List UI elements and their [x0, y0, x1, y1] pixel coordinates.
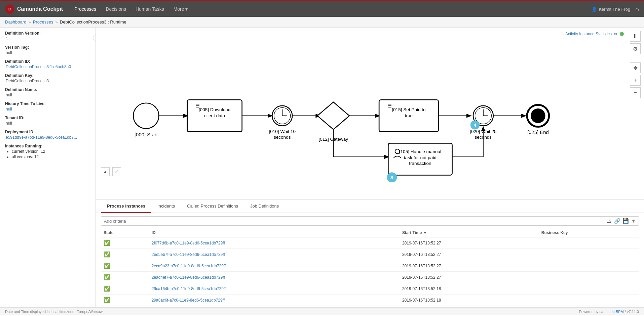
instance-id-link-2[interactable]: 2ee5eb7f-a7c0-11e9-8ed6-5cea1db729ff [152, 252, 225, 257]
camunda-link[interactable]: camunda BPM [600, 310, 624, 314]
nav-processes-link[interactable]: Processes [70, 1, 101, 17]
svg-text:seconds: seconds [274, 135, 291, 140]
table-row: ✅ 29a8ac6f-a7c0-11e9-8ed6-5cea1db729ff 2… [101, 295, 639, 306]
definition-name-value: null [5, 93, 90, 97]
svg-text:[010] Wait 10: [010] Wait 10 [269, 129, 296, 134]
business-key-3 [539, 260, 639, 272]
instance-id-link-5[interactable]: 29ca164b-a7c0-11e9-8ed6-5cea1db729ff [152, 286, 226, 291]
chevron-down-icon[interactable]: ▼ [631, 218, 636, 224]
business-key-2 [539, 249, 639, 260]
nav-humantasks[interactable]: Human Tasks [131, 1, 169, 17]
instance-id-link-3[interactable]: 2eca9b23-a7c0-11e9-8ed6-5cea1db729ff [152, 264, 226, 268]
definition-key-value: DebtCollectionProcess3 [5, 79, 90, 83]
brand-name: Camunda Cockpit [17, 6, 63, 12]
navbar: C Camunda Cockpit Processes Decisions Hu… [0, 0, 644, 17]
diagram-nav-expand[interactable]: ⤢ [112, 167, 121, 176]
tab-called-process-definitions[interactable]: Called Process Definitions [181, 200, 244, 213]
content-area: Activity Instance Statistics: on ⏸ ⚙ ✥ +… [96, 28, 644, 307]
tenant-id-label: Tenant ID: [5, 116, 90, 120]
table-row: ✅ 2ead4ef7-a7c0-11e9-8ed6-5cea1db729ff 2… [101, 272, 639, 283]
instances-running-label: Instances Running: [5, 144, 90, 148]
tenant-id-value: null [5, 121, 90, 126]
table-row: ✅ 2f077d6b-a7c0-11e9-8ed6-5cea1db729ff 2… [101, 237, 639, 249]
start-time-1: 2019-07-16T13:52:27 [400, 237, 539, 249]
activity-stats-label: Activity Instance Statistics: on [565, 32, 618, 36]
definition-key-label: Definition Key: [5, 73, 90, 78]
status-icon-6: ✅ [104, 297, 110, 303]
nav-humantasks-link[interactable]: Human Tasks [131, 1, 169, 17]
link-icon[interactable]: 🔗 [614, 218, 620, 224]
pause-button[interactable]: ⏸ [630, 31, 641, 42]
navbar-right: 👤 Kermit The Frog ⌂ [592, 6, 639, 13]
svg-marker-17 [317, 102, 349, 129]
col-start-time[interactable]: Start Time ▼ [400, 228, 539, 237]
sidebar-history-time: History Time To Live: null [5, 101, 90, 111]
business-key-4 [539, 272, 639, 283]
zoom-out-button[interactable]: − [630, 87, 641, 98]
table-header: State ID Start Time ▼ Business Key [101, 228, 639, 237]
deployment-id-value: e591dd9e-a7bd-11e9-8ed6-5cea1db7... [5, 135, 90, 140]
instance-id-link-1[interactable]: 2f077d6b-a7c0-11e9-8ed6-5cea1db729ff [152, 241, 225, 245]
table-row: ✅ 29ca164b-a7c0-11e9-8ed6-5cea1db729ff 2… [101, 283, 639, 295]
start-time-2: 2019-07-16T13:52:27 [400, 249, 539, 260]
svg-text:4: 4 [474, 123, 477, 128]
svg-text:transaction: transaction [409, 161, 431, 166]
filter-input[interactable] [104, 219, 607, 224]
nav-processes[interactable]: Processes [70, 1, 101, 17]
nav-decisions[interactable]: Decisions [101, 1, 131, 17]
diagram-nav-up[interactable]: ▲ [101, 167, 110, 176]
status-icon-1: ✅ [104, 240, 110, 246]
status-icon-3: ✅ [104, 263, 110, 269]
sidebar-toggle[interactable]: ‹ [93, 34, 96, 42]
footer-powered-by: Powered by camunda BPM / v7.11.0 [579, 310, 639, 314]
diagram-area: Activity Instance Statistics: on ⏸ ⚙ ✥ +… [96, 28, 644, 200]
nav-more[interactable]: More ▾ [169, 1, 193, 17]
user-icon: 👤 [592, 7, 597, 12]
user-link[interactable]: 👤 Kermit The Frog [592, 7, 630, 12]
instances-all-value: 12 [34, 154, 39, 159]
definition-id-label: Definition ID: [5, 59, 90, 64]
breadcrumb-dashboard[interactable]: Dashboard [5, 19, 27, 25]
sidebar-tenant-id: Tenant ID: null [5, 116, 90, 126]
instances-current-label: current version: [12, 149, 40, 154]
save-icon[interactable]: 💾 [622, 218, 629, 224]
instance-id-link-6[interactable]: 29a8ac6f-a7c0-11e9-8ed6-5cea1db729ff [152, 298, 225, 303]
svg-text:☰: ☰ [387, 103, 392, 108]
history-time-value: null [5, 107, 90, 111]
svg-text:C: C [8, 7, 11, 11]
breadcrumb-sep-1: » [29, 19, 31, 25]
tab-job-definitions[interactable]: Job Definitions [244, 200, 285, 213]
footer-timezone: Date and Time displayed in local timezon… [5, 310, 103, 314]
home-icon[interactable]: ⌂ [635, 6, 639, 13]
instance-id-link-4[interactable]: 2ead4ef7-a7c0-11e9-8ed6-5cea1db729ff [152, 275, 225, 280]
nav-decisions-link[interactable]: Decisions [101, 1, 131, 17]
zoom-in-button[interactable]: + [630, 75, 641, 86]
settings-button[interactable]: ⚙ [630, 43, 641, 54]
svg-text:[005] Download: [005] Download [199, 107, 230, 112]
breadcrumb-processes[interactable]: Processes [33, 19, 53, 25]
bpmn-diagram: [000] Start ☰ [005] Download client data… [96, 28, 644, 199]
start-time-3: 2019-07-16T13:52:27 [400, 260, 539, 272]
version-tag-label: Version Tag: [5, 45, 90, 50]
definition-version-value: 1 [5, 36, 90, 41]
nav-more-btn[interactable]: More ▾ [169, 1, 193, 17]
tab-process-instances[interactable]: Process Instances [101, 200, 151, 213]
start-time-5: 2019-07-16T13:52:18 [400, 283, 539, 295]
diagram-controls: ⏸ ⚙ ✥ + − [630, 31, 641, 98]
table-row: ✅ 2ee5eb7f-a7c0-11e9-8ed6-5cea1db729ff 2… [101, 249, 639, 260]
definition-version-label: Definition Version: [5, 31, 90, 36]
status-icon-2: ✅ [104, 252, 110, 257]
instances-table: State ID Start Time ▼ Business Key ✅ 2f0… [101, 228, 639, 306]
instances-all: all versions: 12 [12, 154, 90, 159]
instances-current: current version: 12 [12, 149, 90, 154]
col-business-key: Business Key [539, 228, 639, 237]
bottom-panel: Process Instances Incidents Called Proce… [96, 200, 644, 307]
activity-stats-toggle[interactable]: Activity Instance Statistics: on [565, 32, 624, 36]
tab-incidents[interactable]: Incidents [151, 200, 181, 213]
definition-id-value: DebtCollectionProcess3:1:e5acb8a0-... [5, 64, 90, 69]
business-key-1 [539, 237, 639, 249]
svg-text:true: true [405, 113, 413, 118]
breadcrumb-current: DebtCollectionProcess3 : Runtime [60, 19, 126, 25]
fit-button[interactable]: ✥ [630, 62, 641, 73]
status-icon-5: ✅ [104, 286, 110, 291]
